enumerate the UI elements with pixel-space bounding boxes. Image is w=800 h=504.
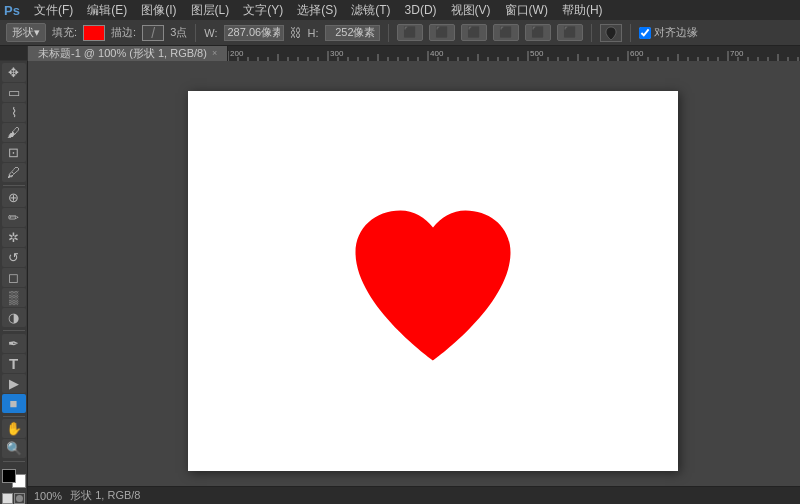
menu-file[interactable]: 文件(F): [28, 1, 79, 20]
tool-clone[interactable]: ✲: [2, 228, 26, 247]
zoom-level: 100%: [34, 490, 62, 502]
stroke-label: 描边:: [111, 25, 136, 40]
options-bar: 形状▾ 填充: 描边: / 3点 W: ⛓ H: ⬛ ⬛ ⬛ ⬛ ⬛ ⬛ 对齐边…: [0, 20, 800, 46]
status-bar: 100% 形状 1, RGB/8: [28, 486, 800, 504]
tool-gradient[interactable]: ▒: [2, 288, 26, 307]
tool-dodge[interactable]: ◑: [2, 308, 26, 327]
align-left-btn[interactable]: ⬛: [397, 24, 423, 41]
link-icon: ⛓: [290, 26, 302, 40]
menu-select[interactable]: 选择(S): [291, 1, 343, 20]
foreground-color-swatch[interactable]: [2, 469, 16, 483]
tool-eyedropper[interactable]: 🖊: [2, 163, 26, 182]
width-label: W:: [204, 27, 217, 39]
shape-selector[interactable]: [600, 24, 622, 42]
divider-2: [388, 24, 389, 42]
quick-mask-mode[interactable]: [14, 493, 25, 504]
tool-divider-3: [3, 416, 25, 417]
tool-path-select[interactable]: ▶: [2, 374, 26, 393]
canvas-area[interactable]: [28, 61, 800, 504]
height-input[interactable]: [325, 25, 380, 41]
document-tab[interactable]: 未标题-1 @ 100% (形状 1, RGB/8) ×: [28, 46, 228, 61]
align-edge-label: 对齐边缘: [639, 25, 698, 40]
align-center-btn[interactable]: ⬛: [429, 24, 455, 41]
divider-3: [591, 24, 592, 42]
menu-view[interactable]: 视图(V): [445, 1, 497, 20]
menu-layer[interactable]: 图层(L): [185, 1, 236, 20]
menu-3d[interactable]: 3D(D): [399, 2, 443, 18]
menu-bar: Ps 文件(F) 编辑(E) 图像(I) 图层(L) 文字(Y) 选择(S) 滤…: [0, 0, 800, 20]
align-bottom-btn[interactable]: ⬛: [557, 24, 583, 41]
tab-title: 未标题-1 @ 100% (形状 1, RGB/8): [38, 46, 207, 61]
tool-healing[interactable]: ⊕: [2, 188, 26, 207]
ruler-corner: [0, 46, 28, 61]
doc-info: 形状 1, RGB/8: [70, 488, 140, 503]
document-canvas: [188, 91, 678, 471]
width-input[interactable]: [224, 25, 284, 41]
stroke-color-swatch[interactable]: /: [142, 25, 164, 41]
tool-divider-4: [3, 461, 25, 462]
divider-1: [195, 24, 196, 42]
tool-marquee[interactable]: ▭: [2, 83, 26, 102]
tool-zoom[interactable]: 🔍: [2, 439, 26, 458]
menu-image[interactable]: 图像(I): [135, 1, 182, 20]
color-swatches[interactable]: [2, 469, 26, 488]
tool-lasso[interactable]: ⌇: [2, 103, 26, 122]
align-right-btn[interactable]: ⬛: [461, 24, 487, 41]
tool-crop[interactable]: ⊡: [2, 143, 26, 162]
heart-shape-container: [346, 205, 521, 373]
menu-window[interactable]: 窗口(W): [499, 1, 554, 20]
divider-4: [630, 24, 631, 42]
heart-shape: [346, 205, 521, 370]
tool-divider-2: [3, 330, 25, 331]
menu-help[interactable]: 帮助(H): [556, 1, 609, 20]
ps-logo: Ps: [4, 3, 20, 18]
height-label: H:: [308, 27, 319, 39]
standard-mode[interactable]: [2, 493, 13, 504]
fill-label: 填充:: [52, 25, 77, 40]
align-middle-btn[interactable]: ⬛: [525, 24, 551, 41]
tool-pen[interactable]: ✒: [2, 334, 26, 353]
tool-move[interactable]: ✥: [2, 63, 26, 82]
tool-divider-1: [3, 185, 25, 186]
tool-eraser[interactable]: ◻: [2, 268, 26, 287]
left-toolbar: ✥ ▭ ⌇ 🖌 ⊡ 🖊 ⊕ ✏ ✲ ↺ ◻ ▒ ◑ ✒ T ▶ ■ ✋ 🔍: [0, 61, 28, 504]
menu-filter[interactable]: 滤镜(T): [345, 1, 396, 20]
tool-shape[interactable]: ■: [2, 394, 26, 413]
tool-type[interactable]: T: [2, 354, 26, 373]
menu-text[interactable]: 文字(Y): [237, 1, 289, 20]
tool-history-brush[interactable]: ↺: [2, 248, 26, 267]
stroke-pts-label: 3点: [170, 25, 187, 40]
menu-edit[interactable]: 编辑(E): [81, 1, 133, 20]
tab-close-btn[interactable]: ×: [212, 48, 217, 58]
tool-hand[interactable]: ✋: [2, 419, 26, 438]
align-top-btn[interactable]: ⬛: [493, 24, 519, 41]
shape-type-dropdown[interactable]: 形状▾: [6, 23, 46, 42]
tab-bar: 未标题-1 @ 100% (形状 1, RGB/8) ×: [28, 46, 228, 61]
tool-quick-select[interactable]: 🖌: [2, 123, 26, 142]
align-edge-checkbox[interactable]: [639, 27, 651, 39]
tool-brush[interactable]: ✏: [2, 208, 26, 227]
fill-color-swatch[interactable]: [83, 25, 105, 41]
